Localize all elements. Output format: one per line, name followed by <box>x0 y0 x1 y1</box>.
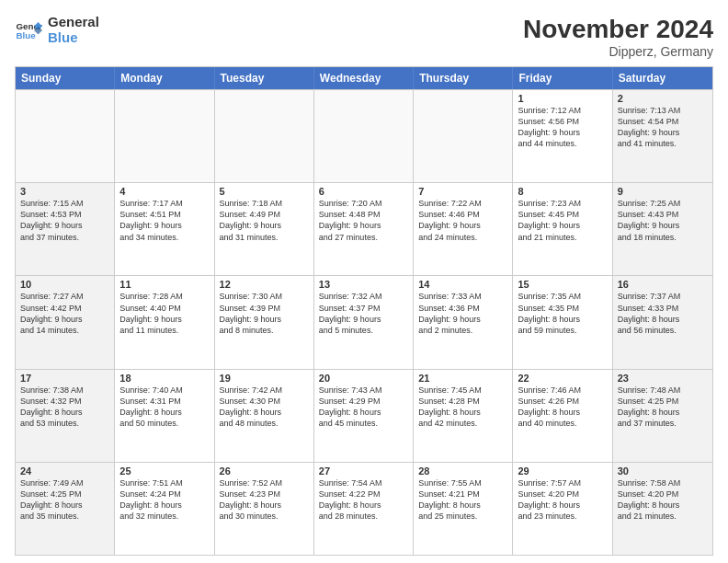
day-number-17: 17 <box>20 373 109 384</box>
day-number-8: 8 <box>518 186 607 197</box>
day-number-10: 10 <box>20 279 109 290</box>
day-1: 1Sunrise: 7:12 AM Sunset: 4:56 PM Daylig… <box>513 90 612 182</box>
day-info-5: Sunrise: 7:18 AM Sunset: 4:49 PM Dayligh… <box>220 198 309 243</box>
day-number-14: 14 <box>418 279 507 290</box>
day-info-29: Sunrise: 7:57 AM Sunset: 4:20 PM Dayligh… <box>518 477 607 523</box>
day-22: 22Sunrise: 7:46 AM Sunset: 4:26 PM Dayli… <box>513 370 612 462</box>
day-10: 10Sunrise: 7:27 AM Sunset: 4:42 PM Dayli… <box>16 276 115 368</box>
day-info-17: Sunrise: 7:38 AM Sunset: 4:32 PM Dayligh… <box>20 385 109 430</box>
day-info-9: Sunrise: 7:25 AM Sunset: 4:43 PM Dayligh… <box>618 198 708 243</box>
day-info-22: Sunrise: 7:46 AM Sunset: 4:26 PM Dayligh… <box>518 385 607 430</box>
header-friday: Friday <box>513 67 612 89</box>
day-info-8: Sunrise: 7:23 AM Sunset: 4:45 PM Dayligh… <box>518 198 607 243</box>
calendar-header: Sunday Monday Tuesday Wednesday Thursday… <box>16 67 712 89</box>
day-29: 29Sunrise: 7:57 AM Sunset: 4:20 PM Dayli… <box>513 463 612 555</box>
day-5: 5Sunrise: 7:18 AM Sunset: 4:49 PM Daylig… <box>215 183 314 275</box>
day-info-11: Sunrise: 7:28 AM Sunset: 4:40 PM Dayligh… <box>119 291 209 336</box>
day-8: 8Sunrise: 7:23 AM Sunset: 4:45 PM Daylig… <box>513 183 612 275</box>
day-12: 12Sunrise: 7:30 AM Sunset: 4:39 PM Dayli… <box>215 276 314 368</box>
logo-general: General <box>48 15 99 30</box>
day-info-1: Sunrise: 7:12 AM Sunset: 4:56 PM Dayligh… <box>518 105 607 150</box>
day-19: 19Sunrise: 7:42 AM Sunset: 4:30 PM Dayli… <box>215 370 314 462</box>
day-6: 6Sunrise: 7:20 AM Sunset: 4:48 PM Daylig… <box>314 183 414 275</box>
day-number-22: 22 <box>518 373 607 384</box>
day-13: 13Sunrise: 7:32 AM Sunset: 4:37 PM Dayli… <box>314 276 414 368</box>
logo: General Blue General Blue <box>15 15 99 45</box>
day-number-16: 16 <box>618 279 708 290</box>
day-number-4: 4 <box>119 186 209 197</box>
day-11: 11Sunrise: 7:28 AM Sunset: 4:40 PM Dayli… <box>115 276 214 368</box>
day-number-20: 20 <box>319 373 408 384</box>
day-number-11: 11 <box>119 279 209 290</box>
empty-cell-w0-d2 <box>215 90 314 182</box>
day-24: 24Sunrise: 7:49 AM Sunset: 4:25 PM Dayli… <box>16 463 115 555</box>
day-info-10: Sunrise: 7:27 AM Sunset: 4:42 PM Dayligh… <box>20 291 109 336</box>
day-info-2: Sunrise: 7:13 AM Sunset: 4:54 PM Dayligh… <box>618 105 708 150</box>
day-18: 18Sunrise: 7:40 AM Sunset: 4:31 PM Dayli… <box>115 370 214 462</box>
header-wednesday: Wednesday <box>314 67 414 89</box>
day-number-2: 2 <box>618 93 708 104</box>
day-number-13: 13 <box>319 279 408 290</box>
header-saturday: Saturday <box>613 67 712 89</box>
calendar-body: 1Sunrise: 7:12 AM Sunset: 4:56 PM Daylig… <box>16 89 712 555</box>
day-number-6: 6 <box>319 186 408 197</box>
week-row-5: 24Sunrise: 7:49 AM Sunset: 4:25 PM Dayli… <box>16 462 712 555</box>
day-info-27: Sunrise: 7:54 AM Sunset: 4:22 PM Dayligh… <box>319 477 408 523</box>
logo-icon: General Blue <box>15 17 42 44</box>
day-info-28: Sunrise: 7:55 AM Sunset: 4:21 PM Dayligh… <box>418 477 507 523</box>
day-16: 16Sunrise: 7:37 AM Sunset: 4:33 PM Dayli… <box>613 276 712 368</box>
week-row-3: 10Sunrise: 7:27 AM Sunset: 4:42 PM Dayli… <box>16 275 712 368</box>
day-number-26: 26 <box>220 465 309 477</box>
header-sunday: Sunday <box>16 67 115 89</box>
day-info-7: Sunrise: 7:22 AM Sunset: 4:46 PM Dayligh… <box>418 198 507 243</box>
page: General Blue General Blue November 2024 … <box>0 0 728 563</box>
day-25: 25Sunrise: 7:51 AM Sunset: 4:24 PM Dayli… <box>115 463 214 555</box>
day-number-29: 29 <box>518 465 607 477</box>
day-27: 27Sunrise: 7:54 AM Sunset: 4:22 PM Dayli… <box>314 463 414 555</box>
day-number-21: 21 <box>418 373 507 384</box>
logo-blue: Blue <box>48 30 99 46</box>
title-area: November 2024 Dipperz, Germany <box>523 15 713 59</box>
day-info-26: Sunrise: 7:52 AM Sunset: 4:23 PM Dayligh… <box>220 477 309 523</box>
month-title: November 2024 <box>523 15 713 44</box>
day-number-15: 15 <box>518 279 607 290</box>
day-info-3: Sunrise: 7:15 AM Sunset: 4:53 PM Dayligh… <box>20 198 109 243</box>
day-17: 17Sunrise: 7:38 AM Sunset: 4:32 PM Dayli… <box>16 370 115 462</box>
day-info-20: Sunrise: 7:43 AM Sunset: 4:29 PM Dayligh… <box>319 385 408 430</box>
day-number-3: 3 <box>20 186 109 197</box>
day-3: 3Sunrise: 7:15 AM Sunset: 4:53 PM Daylig… <box>16 183 115 275</box>
day-number-27: 27 <box>319 465 408 477</box>
header-thursday: Thursday <box>414 67 513 89</box>
svg-text:Blue: Blue <box>17 30 37 40</box>
day-number-9: 9 <box>618 186 708 197</box>
day-info-24: Sunrise: 7:49 AM Sunset: 4:25 PM Dayligh… <box>20 477 109 523</box>
day-number-1: 1 <box>518 93 607 104</box>
header: General Blue General Blue November 2024 … <box>15 15 713 59</box>
day-4: 4Sunrise: 7:17 AM Sunset: 4:51 PM Daylig… <box>115 183 214 275</box>
day-number-19: 19 <box>220 373 309 384</box>
day-info-15: Sunrise: 7:35 AM Sunset: 4:35 PM Dayligh… <box>518 291 607 336</box>
day-number-12: 12 <box>220 279 309 290</box>
day-info-18: Sunrise: 7:40 AM Sunset: 4:31 PM Dayligh… <box>119 385 209 430</box>
day-28: 28Sunrise: 7:55 AM Sunset: 4:21 PM Dayli… <box>414 463 513 555</box>
day-info-12: Sunrise: 7:30 AM Sunset: 4:39 PM Dayligh… <box>220 291 309 336</box>
day-number-5: 5 <box>220 186 309 197</box>
day-30: 30Sunrise: 7:58 AM Sunset: 4:20 PM Dayli… <box>613 463 712 555</box>
day-23: 23Sunrise: 7:48 AM Sunset: 4:25 PM Dayli… <box>613 370 712 462</box>
day-20: 20Sunrise: 7:43 AM Sunset: 4:29 PM Dayli… <box>314 370 414 462</box>
day-number-30: 30 <box>618 465 708 477</box>
day-info-16: Sunrise: 7:37 AM Sunset: 4:33 PM Dayligh… <box>618 291 708 336</box>
day-info-23: Sunrise: 7:48 AM Sunset: 4:25 PM Dayligh… <box>618 385 708 430</box>
empty-cell-w0-d4 <box>414 90 513 182</box>
day-21: 21Sunrise: 7:45 AM Sunset: 4:28 PM Dayli… <box>414 370 513 462</box>
week-row-1: 1Sunrise: 7:12 AM Sunset: 4:56 PM Daylig… <box>16 89 712 182</box>
day-number-25: 25 <box>119 465 209 477</box>
location: Dipperz, Germany <box>523 44 713 59</box>
day-number-24: 24 <box>20 465 109 477</box>
week-row-4: 17Sunrise: 7:38 AM Sunset: 4:32 PM Dayli… <box>16 369 712 462</box>
empty-cell-w0-d0 <box>16 90 115 182</box>
day-15: 15Sunrise: 7:35 AM Sunset: 4:35 PM Dayli… <box>513 276 612 368</box>
day-info-19: Sunrise: 7:42 AM Sunset: 4:30 PM Dayligh… <box>220 385 309 430</box>
day-9: 9Sunrise: 7:25 AM Sunset: 4:43 PM Daylig… <box>613 183 712 275</box>
header-monday: Monday <box>115 67 214 89</box>
